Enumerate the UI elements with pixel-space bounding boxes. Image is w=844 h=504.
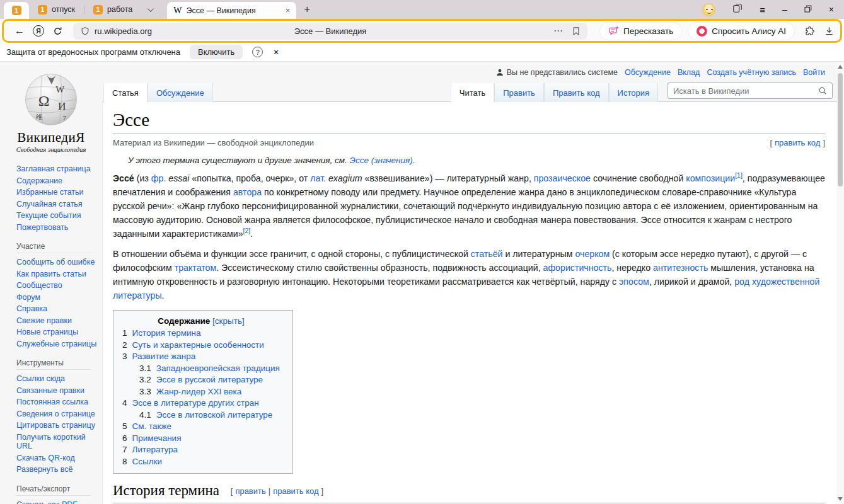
tab-list-chevron-icon[interactable] — [141, 0, 158, 19]
tab-wikipedia-active[interactable]: W Эссе — Википедия × — [167, 2, 296, 19]
alice-avatar-icon[interactable] — [702, 3, 715, 16]
reference-link[interactable]: [1] — [735, 171, 743, 179]
wiki-link[interactable]: очерком — [575, 249, 610, 259]
window-restore-button[interactable] — [804, 4, 812, 15]
personal-link-talk[interactable]: Обсуждение — [625, 68, 671, 77]
wiki-link[interactable]: фр. — [151, 173, 166, 183]
tab-history[interactable]: История — [609, 83, 658, 102]
toc-item[interactable]: 1История термина — [122, 329, 280, 338]
side-panel-icon[interactable] — [732, 3, 743, 16]
tab-rabota[interactable]: 1 работа — [84, 0, 141, 19]
tab-article[interactable]: Статья — [103, 83, 147, 102]
toc-link[interactable]: Эссе в русской литературе — [156, 375, 263, 384]
wiki-link[interactable]: править — [235, 486, 265, 496]
sidebar-link[interactable]: Получить короткий URL — [16, 433, 98, 451]
summarize-button[interactable]: Пересказать — [599, 22, 682, 40]
toc-link[interactable]: Примечания — [132, 433, 182, 443]
enable-protection-button[interactable]: Включить — [190, 45, 243, 59]
tab-edit-source[interactable]: Править код — [544, 83, 609, 102]
search-input[interactable] — [673, 86, 818, 96]
toc-item[interactable]: 4Эссе в литературе других стран — [122, 399, 280, 408]
bookmark-icon[interactable] — [572, 26, 580, 36]
sidebar-link[interactable]: Содержание — [16, 176, 98, 186]
sidebar-link[interactable]: Сообщить об ошибке — [16, 258, 98, 267]
search-icon[interactable] — [818, 86, 827, 95]
more-actions-icon[interactable]: ··· — [554, 26, 564, 35]
tab-edit[interactable]: Править — [494, 83, 544, 102]
help-icon[interactable]: ? — [252, 47, 263, 57]
toc-item[interactable]: 6Примечания — [122, 434, 280, 443]
personal-link-create-account[interactable]: Создать учётную запись — [707, 68, 796, 77]
toc-link[interactable]: Развитие жанра — [132, 352, 196, 361]
browser-menu-icon[interactable]: ≡ — [760, 4, 765, 15]
toc-link[interactable]: Эссе в литовской литературе — [156, 410, 273, 420]
toc-hide-toggle[interactable]: [скрыть] — [212, 316, 245, 326]
wiki-link[interactable]: эпосом — [619, 277, 649, 287]
toc-item[interactable]: 3Развитие жанра — [122, 352, 280, 361]
tab-group-indicator[interactable]: 1 — [4, 2, 29, 19]
page-scrollbar[interactable] — [836, 62, 844, 504]
wiki-search-box[interactable] — [668, 83, 833, 99]
sidebar-link[interactable]: Постоянная ссылка — [16, 398, 98, 407]
sidebar-link[interactable]: Заглавная страница — [16, 164, 98, 174]
sidebar-link[interactable]: Форум — [16, 293, 98, 302]
wiki-link[interactable]: править код — [273, 486, 318, 496]
yandex-home-button[interactable]: Я — [29, 25, 48, 37]
sidebar-link[interactable]: Сведения о странице — [16, 410, 98, 419]
sidebar-link[interactable]: Скачать QR-код — [16, 454, 98, 463]
notification-close-icon[interactable]: × — [274, 47, 279, 57]
scroll-up-arrow[interactable] — [838, 65, 843, 69]
wikipedia-globe-logo[interactable]: Ω W И 维 7 — [22, 69, 80, 127]
tab-discussion[interactable]: Обсуждение — [147, 83, 213, 102]
sidebar-link[interactable]: Скачать как PDF — [16, 500, 98, 504]
wiki-link[interactable]: трактатом — [175, 263, 217, 273]
wiki-link[interactable]: автора — [233, 187, 262, 197]
sidebar-link[interactable]: Служебные страницы — [16, 340, 98, 349]
sidebar-link[interactable]: Сообщество — [16, 281, 98, 290]
sidebar-link[interactable]: Пожертвовать — [16, 223, 98, 232]
sidebar-link[interactable]: Свежие правки — [16, 316, 98, 326]
toc-link[interactable]: Суть и характерные особенности — [132, 340, 264, 350]
reference-link[interactable]: [2] — [243, 227, 251, 234]
scroll-down-arrow[interactable] — [838, 497, 843, 501]
address-bar[interactable]: Эссе — Википедия ru.wikipedia.org ··· — [73, 23, 587, 40]
toc-link[interactable]: История термина — [132, 328, 201, 338]
site-shield-icon[interactable] — [81, 26, 90, 36]
toc-link[interactable]: См. также — [132, 421, 172, 431]
sidebar-link[interactable]: Случайная статья — [16, 200, 98, 209]
toc-item[interactable]: 8Ссылки — [122, 457, 280, 466]
sidebar-link[interactable]: Как править статьи — [16, 270, 98, 279]
sidebar-link[interactable]: Текущие события — [16, 211, 98, 220]
toc-item[interactable]: 4.1Эссе в литовской литературе — [139, 411, 280, 420]
wikipedia-wordmark[interactable]: ВикипедиЯ — [0, 130, 102, 146]
sidebar-link[interactable]: Ссылки сюда — [16, 374, 98, 384]
sidebar-link[interactable]: Цитировать страницу — [16, 421, 98, 430]
toc-item[interactable]: 5См. также — [122, 422, 280, 431]
sidebar-link[interactable]: Избранные статьи — [16, 188, 98, 197]
toc-item[interactable]: 7Литература — [122, 445, 280, 454]
toc-item[interactable]: 3.3Жанр-лидер XXI века — [139, 387, 280, 396]
toc-link[interactable]: Ссылки — [132, 457, 163, 466]
extensions-puzzle-icon[interactable] — [804, 26, 815, 37]
sidebar-link[interactable]: Новые страницы — [16, 328, 98, 337]
tab-close-icon[interactable]: × — [286, 6, 291, 15]
wiki-link[interactable]: антитезность — [653, 263, 708, 273]
edit-source-top-link[interactable]: [править код] — [770, 138, 825, 147]
window-close-button[interactable]: × — [829, 4, 834, 14]
window-minimize-button[interactable]: – — [782, 4, 787, 14]
personal-link-login[interactable]: Войти — [803, 68, 825, 77]
back-button[interactable]: ← — [10, 25, 29, 37]
toc-item[interactable]: 2Суть и характерные особенности — [122, 341, 280, 350]
toc-item[interactable]: 3.1Западноевропейская традиция — [139, 364, 280, 373]
section-edit-links[interactable]: [править|править код] — [231, 486, 323, 496]
refresh-button[interactable] — [48, 26, 67, 36]
new-tab-button[interactable]: + — [296, 0, 318, 19]
tab-read[interactable]: Читать — [451, 83, 494, 102]
toc-link[interactable]: Жанр-лидер XXI века — [156, 387, 241, 396]
tab-otpusk[interactable]: 1 отпуск — [29, 0, 84, 19]
sidebar-link[interactable]: Развернуть всё — [16, 465, 98, 474]
ask-alice-button[interactable]: Спросить Алису AI — [688, 22, 795, 40]
toc-item[interactable]: 3.2Эссе в русской литературе — [139, 375, 280, 384]
downloads-icon[interactable] — [824, 26, 834, 36]
toc-link[interactable]: Литература — [132, 445, 178, 454]
